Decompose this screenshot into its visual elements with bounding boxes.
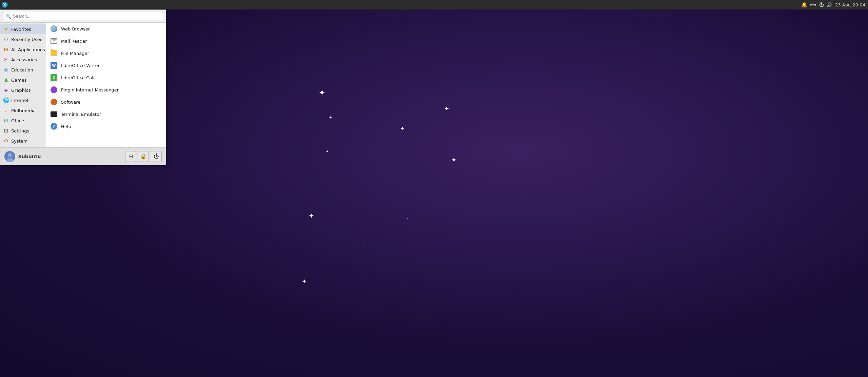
app-label: File Manager	[61, 51, 89, 56]
sidebar-item-label: Settings	[11, 128, 29, 133]
sidebar-item-games[interactable]: ♟ Games	[0, 75, 46, 85]
list-item[interactable]: ? Help	[46, 120, 166, 132]
sidebar-item-label: Accessories	[11, 57, 37, 62]
sidebar-item-graphics[interactable]: ◈ Graphics	[0, 85, 46, 95]
sidebar-item-office[interactable]: ⊟ Office	[0, 116, 46, 126]
list-item[interactable]: Web Browser	[46, 23, 166, 35]
star-7: ·	[339, 176, 340, 180]
system-icon: ⚙	[3, 138, 9, 144]
star-9: ✦	[451, 156, 457, 164]
sidebar-item-education[interactable]: ◎ Education	[0, 65, 46, 75]
favorites-icon: ★	[3, 26, 9, 32]
help-icon: ?	[50, 123, 58, 130]
sidebar-item-favorites[interactable]: ★ Favorites	[0, 24, 46, 34]
sidebar-item-label: Multimedia	[11, 108, 36, 113]
svg-point-3	[8, 153, 12, 157]
sidebar-item-label: System	[11, 139, 27, 144]
user-avatar	[4, 151, 15, 162]
xubuntu-logo-icon: X	[1, 1, 8, 8]
sidebar-item-system[interactable]: ⚙ System	[0, 136, 46, 146]
search-bar: 🔍	[0, 10, 166, 23]
network-icon[interactable]: ⟺	[810, 2, 816, 7]
pidgin-icon	[50, 86, 58, 93]
sidebar-item-label: Games	[11, 78, 26, 83]
star-4: ✦	[329, 115, 332, 120]
file-manager-icon	[50, 49, 58, 57]
libreoffice-writer-icon: W	[50, 62, 58, 69]
star-11: ·	[298, 207, 299, 210]
app-label: Software	[61, 100, 80, 105]
desktop: ✦ ✦ ✦ ✦ · · · ✦ ✦ ✦ · ✦ · · · · X 🔔 ⟺ ⏻ …	[0, 0, 868, 377]
star-10: ✦	[309, 212, 314, 220]
app-menu: 🔍 ★ Favorites ⊙ Recently Used ⊞ All Appl…	[0, 9, 166, 165]
list-item[interactable]: Mail Reader	[46, 35, 166, 47]
sidebar-item-all-applications[interactable]: ⊞ All Applications	[0, 44, 46, 55]
web-browser-icon	[50, 25, 58, 33]
software-icon	[50, 98, 58, 106]
recently-used-icon: ⊙	[3, 36, 9, 42]
internet-icon: 🌐	[3, 97, 9, 103]
all-apps-icon: ⊞	[3, 46, 9, 53]
accessories-icon: ✂	[3, 57, 9, 63]
taskbar-logo[interactable]: X	[0, 0, 9, 9]
sidebar: ★ Favorites ⊙ Recently Used ⊞ All Applic…	[0, 23, 46, 147]
list-item[interactable]: File Manager	[46, 47, 166, 59]
power-icon: ⏻	[154, 153, 159, 160]
sidebar-item-label: Internet	[11, 98, 29, 103]
list-item[interactable]: Terminal Emulator	[46, 108, 166, 120]
app-label: Terminal Emulator	[61, 112, 101, 117]
menu-body: ★ Favorites ⊙ Recently Used ⊞ All Applic…	[0, 23, 166, 147]
sidebar-item-recently-used[interactable]: ⊙ Recently Used	[0, 34, 46, 44]
sidebar-item-settings[interactable]: ⊞ Settings	[0, 126, 46, 136]
footer-buttons: ⊟ 🔒 ⏻	[125, 151, 162, 162]
sidebar-item-label: Education	[11, 67, 33, 72]
notification-icon[interactable]: 🔔	[801, 2, 807, 7]
app-label: Web Browser	[61, 26, 90, 32]
app-list: Web Browser Mail Reader File Manager	[46, 23, 166, 147]
settings-icon: ⊞	[3, 128, 9, 134]
minimize-button[interactable]: ⊟	[125, 151, 136, 162]
star-13: ·	[393, 203, 394, 207]
sidebar-item-accessories[interactable]: ✂ Accessories	[0, 55, 46, 65]
star-3: ✦	[400, 125, 405, 132]
mail-reader-icon	[50, 37, 58, 45]
lock-icon: 🔒	[140, 153, 147, 160]
sidebar-item-label: Recently Used	[11, 37, 43, 42]
datetime-display: 23 Apr, 20:04	[835, 2, 865, 7]
star-1: ✦	[319, 88, 326, 98]
sidebar-item-label: Favorites	[11, 27, 31, 32]
user-info[interactable]: Xubuntu	[4, 151, 41, 162]
sidebar-item-label: Office	[11, 118, 24, 123]
star-6: ·	[383, 166, 384, 170]
app-label: Help	[61, 124, 71, 129]
app-label: Mail Reader	[61, 39, 87, 44]
list-item[interactable]: C LibreOffice Calc	[46, 71, 166, 84]
star-16: ·	[370, 247, 371, 251]
app-label: Pidgin Internet Messenger	[61, 87, 119, 92]
star-15: ·	[363, 244, 364, 248]
search-input[interactable]	[3, 12, 163, 20]
libreoffice-calc-icon: C	[50, 74, 58, 81]
terminal-icon	[50, 110, 58, 118]
games-icon: ♟	[3, 77, 9, 83]
list-item[interactable]: W LibreOffice Writer	[46, 59, 166, 71]
power-button[interactable]: ⏻	[151, 151, 162, 162]
star-2: ✦	[444, 105, 449, 112]
lock-button[interactable]: 🔒	[138, 151, 149, 162]
sidebar-item-internet[interactable]: 🌐 Internet	[0, 95, 46, 105]
minimize-icon: ⊟	[129, 153, 133, 160]
graphics-icon: ◈	[3, 87, 9, 93]
sidebar-item-label: All Applications	[11, 47, 45, 52]
taskbar: X 🔔 ⟺ ⏻ 🔊 23 Apr, 20:04	[0, 0, 868, 9]
power-status-icon[interactable]: ⏻	[819, 2, 824, 7]
multimedia-icon: ♪	[3, 107, 9, 113]
menu-footer: Xubuntu ⊟ 🔒 ⏻	[0, 147, 166, 165]
search-icon: 🔍	[6, 14, 11, 19]
list-item[interactable]: Software	[46, 96, 166, 108]
list-item[interactable]: Pidgin Internet Messenger	[46, 84, 166, 96]
app-label: LibreOffice Calc	[61, 75, 96, 80]
star-8: ✦	[326, 149, 329, 154]
education-icon: ◎	[3, 67, 9, 73]
volume-icon[interactable]: 🔊	[827, 2, 832, 7]
sidebar-item-multimedia[interactable]: ♪ Multimedia	[0, 105, 46, 116]
